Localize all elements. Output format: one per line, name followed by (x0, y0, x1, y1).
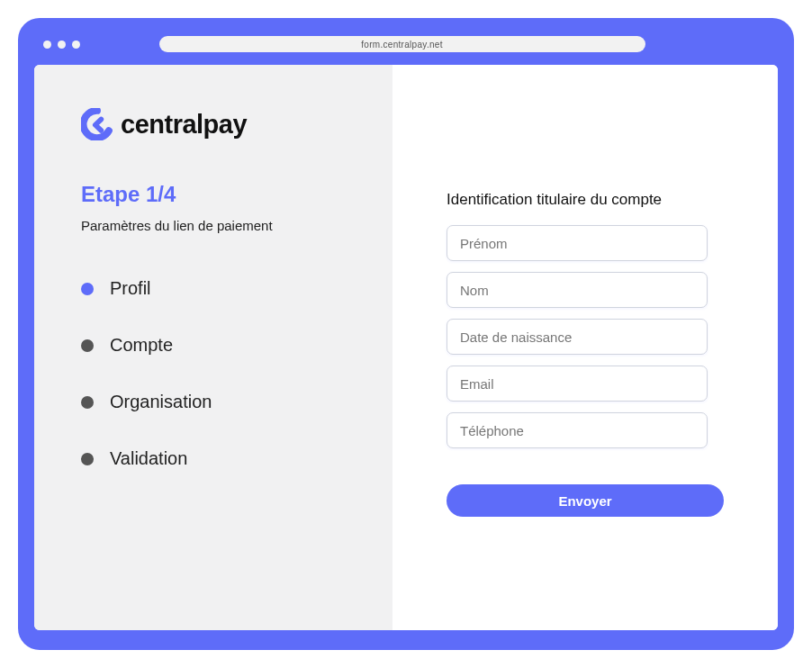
phone-input[interactable] (447, 412, 708, 448)
form-fields (447, 225, 724, 448)
step-dot-icon (81, 339, 94, 352)
step-item-validation[interactable]: Validation (81, 448, 360, 469)
step-label: Compte (110, 335, 173, 356)
firstname-input[interactable] (447, 225, 708, 261)
window-dot-icon (58, 41, 66, 49)
step-subtitle: Paramètres du lien de paiement (81, 218, 360, 233)
step-label: Profil (110, 278, 151, 299)
step-item-compte[interactable]: Compte (81, 335, 360, 356)
main-panel: Identification titulaire du compte Envoy… (392, 65, 778, 630)
dob-input[interactable] (447, 319, 708, 355)
window-dot-icon (43, 41, 51, 49)
step-dot-icon (81, 396, 94, 409)
window-dot-icon (72, 41, 80, 49)
centralpay-logo-icon (81, 108, 113, 140)
form-title: Identification titulaire du compte (447, 191, 724, 209)
step-label: Organisation (110, 392, 212, 412)
address-bar-url: form.centralpay.net (361, 40, 443, 50)
browser-frame: form.centralpay.net centralpay Etape 1/4… (18, 18, 794, 650)
app-window: centralpay Etape 1/4 Paramètres du lien … (34, 65, 778, 630)
window-controls (43, 41, 80, 49)
step-item-organisation[interactable]: Organisation (81, 392, 360, 412)
address-bar: form.centralpay.net (159, 36, 645, 52)
submit-button[interactable]: Envoyer (447, 484, 724, 517)
step-item-profil[interactable]: Profil (81, 278, 360, 299)
brand-logo-text: centralpay (121, 110, 247, 140)
step-dot-icon (81, 283, 94, 295)
browser-chrome: form.centralpay.net (34, 32, 778, 65)
step-label: Validation (110, 448, 187, 469)
brand-logo: centralpay (81, 108, 360, 140)
email-input[interactable] (447, 366, 708, 402)
sidebar: centralpay Etape 1/4 Paramètres du lien … (34, 65, 392, 630)
step-heading: Etape 1/4 (81, 182, 360, 207)
lastname-input[interactable] (447, 272, 708, 308)
step-dot-icon (81, 453, 94, 465)
step-list: Profil Compte Organisation Validation (81, 278, 360, 469)
